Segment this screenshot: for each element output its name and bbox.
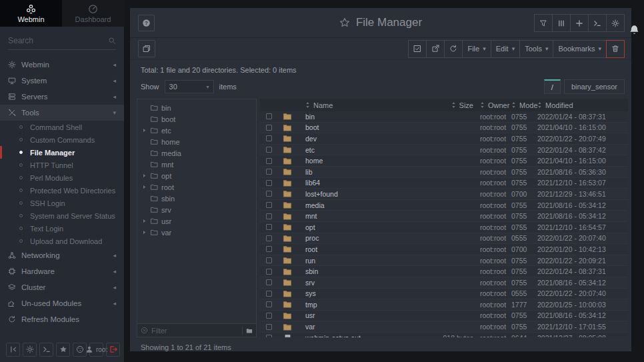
file-row[interactable]: media root:root 0755 2021/08/16 - 05:34:… — [260, 200, 628, 211]
row-checkbox[interactable] — [266, 313, 272, 319]
file-row[interactable]: proc root:root 0555 2022/01/22 - 20:07:4… — [260, 233, 628, 245]
file-name[interactable]: srv — [297, 279, 421, 287]
toolbar-button[interactable] — [606, 40, 625, 58]
breadcrumb-root-button[interactable]: / — [544, 79, 561, 94]
sidebar-item[interactable]: Upload and Download — [0, 235, 124, 247]
tree-item[interactable]: srv — [137, 204, 256, 215]
expand-arrow-icon[interactable] — [141, 229, 149, 235]
sidebar-item[interactable]: Tools ▾ — [0, 105, 124, 121]
toolbar-button[interactable]: Tools ▾ — [519, 40, 553, 58]
row-checkbox[interactable] — [266, 158, 272, 164]
file-name[interactable]: lost+found — [297, 190, 421, 198]
tree-item[interactable]: bin — [137, 102, 256, 113]
sidebar-item[interactable]: Servers ◂ — [0, 89, 124, 105]
tree-item[interactable]: opt — [137, 170, 256, 181]
row-checkbox[interactable] — [266, 180, 272, 186]
toolbar-button[interactable]: Bookmarks ▾ — [553, 40, 607, 58]
row-checkbox[interactable] — [266, 301, 272, 307]
file-row[interactable]: bin root:root 0755 2022/01/24 - 08:37:31 — [260, 111, 628, 123]
row-checkbox[interactable] — [266, 279, 272, 285]
sidebar-item[interactable]: SSH Login — [0, 197, 124, 209]
row-checkbox[interactable] — [266, 269, 272, 275]
tree-item[interactable]: media — [137, 147, 256, 159]
file-row[interactable]: lib root:root 0755 2021/08/16 - 05:36:30 — [260, 167, 628, 178]
sidebar-item[interactable]: Un-used Modules ◂ — [0, 295, 124, 311]
row-checkbox[interactable] — [266, 125, 272, 131]
tree-item[interactable]: etc — [137, 125, 256, 136]
row-checkbox[interactable] — [266, 147, 272, 153]
row-checkbox[interactable] — [266, 213, 272, 219]
bottombar-button[interactable] — [73, 343, 87, 357]
tab-dashboard[interactable]: Dashboard — [62, 0, 124, 27]
file-name[interactable]: root — [297, 245, 421, 253]
row-checkbox[interactable] — [266, 113, 272, 119]
column-header-mode[interactable]: Mode — [511, 101, 537, 109]
file-name[interactable]: proc — [297, 234, 421, 242]
tree-item[interactable]: usr — [137, 215, 256, 227]
file-row[interactable]: boot root:root 0755 2021/04/10 - 16:15:0… — [260, 123, 628, 134]
column-header-owner[interactable]: Owner — [477, 101, 511, 109]
toolbar-button[interactable]: File ▾ — [462, 40, 491, 58]
sidebar-item[interactable]: Cluster ◂ — [0, 279, 124, 295]
search-input[interactable] — [8, 36, 108, 45]
favorite-star-icon[interactable] — [339, 17, 350, 28]
bottombar-button[interactable] — [39, 343, 53, 357]
expand-arrow-icon[interactable] — [141, 173, 149, 179]
expand-arrow-icon[interactable] — [141, 127, 149, 133]
tree-item[interactable]: sbin — [137, 193, 256, 204]
sidebar-item[interactable]: Text Login — [0, 222, 124, 235]
bottombar-button[interactable] — [23, 343, 37, 357]
sidebar-item[interactable]: Perl Modules — [0, 171, 124, 184]
tree-item[interactable]: var — [137, 227, 256, 238]
toolbar-button[interactable] — [408, 40, 427, 58]
file-name[interactable]: run — [297, 257, 421, 265]
row-checkbox[interactable] — [266, 324, 272, 330]
file-name[interactable]: usr — [297, 311, 421, 319]
row-checkbox[interactable] — [266, 246, 272, 252]
file-name[interactable]: media — [297, 201, 421, 209]
sidebar-item[interactable]: Protected Web Directories — [0, 184, 124, 197]
file-row[interactable]: lib64 root:root 0755 2021/12/10 - 16:53:… — [260, 178, 628, 189]
column-header-name[interactable]: Name — [297, 101, 421, 109]
sidebar-item[interactable]: System and Server Status — [0, 209, 124, 222]
tree-filter-input[interactable] — [151, 327, 239, 335]
file-row[interactable]: usr root:root 0755 2021/08/16 - 05:34:12 — [260, 311, 628, 322]
titlebar-action-button[interactable] — [606, 14, 625, 32]
sidebar-item[interactable]: HTTP Tunnel — [0, 159, 124, 171]
row-checkbox[interactable] — [266, 191, 272, 197]
file-row[interactable]: webmin-setup.out 918 bytes root:root 064… — [260, 333, 628, 337]
file-row[interactable]: home root:root 0755 2021/04/10 - 16:15:0… — [260, 155, 628, 167]
row-checkbox[interactable] — [266, 257, 272, 263]
titlebar-action-button[interactable] — [588, 14, 607, 32]
clear-filter-icon[interactable] — [141, 327, 148, 334]
toolbar-button[interactable] — [444, 40, 463, 58]
row-checkbox[interactable] — [266, 202, 272, 208]
expand-arrow-icon[interactable] — [141, 218, 149, 224]
file-name[interactable]: sys — [297, 289, 421, 297]
paste-buffer-button[interactable] — [138, 40, 155, 57]
row-checkbox[interactable] — [266, 291, 272, 297]
file-row[interactable]: sys root:root 0555 2022/01/22 - 20:07:40 — [260, 289, 628, 300]
sidebar-item[interactable]: System ◂ — [0, 73, 124, 89]
sidebar-item[interactable]: Command Shell — [0, 121, 124, 133]
file-row[interactable]: lost+found root:root 0700 2021/12/29 - 1… — [260, 189, 628, 200]
file-name[interactable]: var — [297, 323, 421, 331]
sidebar-item[interactable]: Custom Commands — [0, 133, 124, 146]
toolbar-button[interactable] — [426, 40, 445, 58]
sidebar-item[interactable]: Hardware ◂ — [0, 263, 124, 279]
file-row[interactable]: tmp root:root 1777 2022/01/25 - 10:00:03 — [260, 299, 628, 311]
tree-item[interactable]: mnt — [137, 159, 256, 170]
bottombar-button[interactable] — [56, 343, 70, 357]
sidebar-item[interactable]: File Manager — [0, 146, 124, 159]
row-checkbox[interactable] — [266, 224, 272, 230]
file-name[interactable]: sbin — [297, 267, 421, 275]
file-row[interactable]: sbin root:root 0755 2022/01/24 - 08:37:3… — [260, 266, 628, 277]
file-name[interactable]: etc — [297, 146, 421, 154]
file-name[interactable]: lib — [297, 168, 421, 176]
file-row[interactable]: opt root:root 0755 2021/12/10 - 16:54:57 — [260, 222, 628, 233]
breadcrumb-dir-button[interactable]: binary_sensor — [564, 79, 625, 94]
toolbar-button[interactable]: Edit ▾ — [491, 40, 521, 58]
page-size-select[interactable]: 30 ▾ — [165, 80, 214, 93]
sidebar-item[interactable]: Networking ◂ — [0, 247, 124, 263]
file-row[interactable]: run root:root 0755 2022/01/22 - 20:09:21 — [260, 255, 628, 267]
